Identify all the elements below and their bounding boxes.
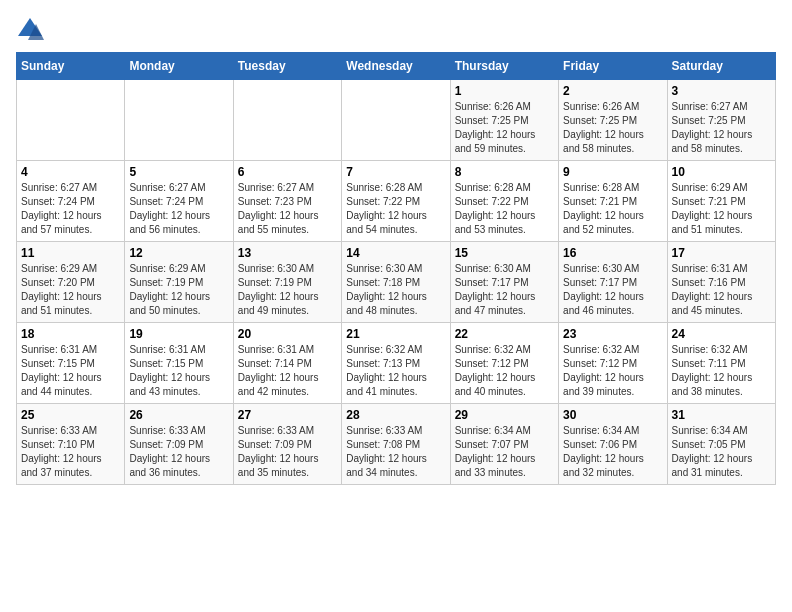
day-number: 16: [563, 246, 662, 260]
day-number: 19: [129, 327, 228, 341]
weekday-header-saturday: Saturday: [667, 53, 775, 80]
calendar-cell: [342, 80, 450, 161]
day-number: 14: [346, 246, 445, 260]
day-info: Sunrise: 6:34 AM Sunset: 7:07 PM Dayligh…: [455, 424, 554, 480]
logo: [16, 16, 48, 44]
calendar-cell: 21Sunrise: 6:32 AM Sunset: 7:13 PM Dayli…: [342, 323, 450, 404]
week-row-5: 25Sunrise: 6:33 AM Sunset: 7:10 PM Dayli…: [17, 404, 776, 485]
day-number: 30: [563, 408, 662, 422]
calendar-cell: 9Sunrise: 6:28 AM Sunset: 7:21 PM Daylig…: [559, 161, 667, 242]
day-info: Sunrise: 6:28 AM Sunset: 7:21 PM Dayligh…: [563, 181, 662, 237]
day-info: Sunrise: 6:31 AM Sunset: 7:14 PM Dayligh…: [238, 343, 337, 399]
calendar-cell: 13Sunrise: 6:30 AM Sunset: 7:19 PM Dayli…: [233, 242, 341, 323]
day-info: Sunrise: 6:31 AM Sunset: 7:15 PM Dayligh…: [129, 343, 228, 399]
day-number: 11: [21, 246, 120, 260]
day-number: 15: [455, 246, 554, 260]
day-info: Sunrise: 6:32 AM Sunset: 7:11 PM Dayligh…: [672, 343, 771, 399]
day-info: Sunrise: 6:26 AM Sunset: 7:25 PM Dayligh…: [455, 100, 554, 156]
calendar-cell: 24Sunrise: 6:32 AM Sunset: 7:11 PM Dayli…: [667, 323, 775, 404]
page-header: [16, 16, 776, 44]
calendar-cell: 7Sunrise: 6:28 AM Sunset: 7:22 PM Daylig…: [342, 161, 450, 242]
day-number: 4: [21, 165, 120, 179]
day-info: Sunrise: 6:32 AM Sunset: 7:13 PM Dayligh…: [346, 343, 445, 399]
week-row-2: 4Sunrise: 6:27 AM Sunset: 7:24 PM Daylig…: [17, 161, 776, 242]
calendar-cell: 6Sunrise: 6:27 AM Sunset: 7:23 PM Daylig…: [233, 161, 341, 242]
calendar-cell: 5Sunrise: 6:27 AM Sunset: 7:24 PM Daylig…: [125, 161, 233, 242]
calendar-cell: [233, 80, 341, 161]
day-info: Sunrise: 6:30 AM Sunset: 7:19 PM Dayligh…: [238, 262, 337, 318]
day-number: 7: [346, 165, 445, 179]
day-number: 5: [129, 165, 228, 179]
weekday-header-row: SundayMondayTuesdayWednesdayThursdayFrid…: [17, 53, 776, 80]
calendar-table: SundayMondayTuesdayWednesdayThursdayFrid…: [16, 52, 776, 485]
calendar-cell: 25Sunrise: 6:33 AM Sunset: 7:10 PM Dayli…: [17, 404, 125, 485]
calendar-cell: 19Sunrise: 6:31 AM Sunset: 7:15 PM Dayli…: [125, 323, 233, 404]
day-number: 25: [21, 408, 120, 422]
day-number: 18: [21, 327, 120, 341]
calendar-cell: 1Sunrise: 6:26 AM Sunset: 7:25 PM Daylig…: [450, 80, 558, 161]
weekday-header-tuesday: Tuesday: [233, 53, 341, 80]
weekday-header-friday: Friday: [559, 53, 667, 80]
day-number: 28: [346, 408, 445, 422]
day-info: Sunrise: 6:27 AM Sunset: 7:23 PM Dayligh…: [238, 181, 337, 237]
day-info: Sunrise: 6:27 AM Sunset: 7:24 PM Dayligh…: [21, 181, 120, 237]
day-number: 6: [238, 165, 337, 179]
day-info: Sunrise: 6:28 AM Sunset: 7:22 PM Dayligh…: [455, 181, 554, 237]
calendar-cell: 22Sunrise: 6:32 AM Sunset: 7:12 PM Dayli…: [450, 323, 558, 404]
day-info: Sunrise: 6:33 AM Sunset: 7:10 PM Dayligh…: [21, 424, 120, 480]
day-number: 21: [346, 327, 445, 341]
day-info: Sunrise: 6:32 AM Sunset: 7:12 PM Dayligh…: [455, 343, 554, 399]
day-info: Sunrise: 6:26 AM Sunset: 7:25 PM Dayligh…: [563, 100, 662, 156]
calendar-cell: 27Sunrise: 6:33 AM Sunset: 7:09 PM Dayli…: [233, 404, 341, 485]
day-number: 17: [672, 246, 771, 260]
calendar-cell: 28Sunrise: 6:33 AM Sunset: 7:08 PM Dayli…: [342, 404, 450, 485]
day-info: Sunrise: 6:30 AM Sunset: 7:18 PM Dayligh…: [346, 262, 445, 318]
day-info: Sunrise: 6:29 AM Sunset: 7:20 PM Dayligh…: [21, 262, 120, 318]
calendar-cell: 31Sunrise: 6:34 AM Sunset: 7:05 PM Dayli…: [667, 404, 775, 485]
calendar-cell: 29Sunrise: 6:34 AM Sunset: 7:07 PM Dayli…: [450, 404, 558, 485]
calendar-cell: 30Sunrise: 6:34 AM Sunset: 7:06 PM Dayli…: [559, 404, 667, 485]
day-number: 31: [672, 408, 771, 422]
day-number: 24: [672, 327, 771, 341]
week-row-4: 18Sunrise: 6:31 AM Sunset: 7:15 PM Dayli…: [17, 323, 776, 404]
day-info: Sunrise: 6:29 AM Sunset: 7:21 PM Dayligh…: [672, 181, 771, 237]
weekday-header-sunday: Sunday: [17, 53, 125, 80]
weekday-header-thursday: Thursday: [450, 53, 558, 80]
weekday-header-wednesday: Wednesday: [342, 53, 450, 80]
calendar-cell: 23Sunrise: 6:32 AM Sunset: 7:12 PM Dayli…: [559, 323, 667, 404]
day-info: Sunrise: 6:28 AM Sunset: 7:22 PM Dayligh…: [346, 181, 445, 237]
calendar-cell: 3Sunrise: 6:27 AM Sunset: 7:25 PM Daylig…: [667, 80, 775, 161]
day-number: 3: [672, 84, 771, 98]
day-number: 22: [455, 327, 554, 341]
calendar-cell: 10Sunrise: 6:29 AM Sunset: 7:21 PM Dayli…: [667, 161, 775, 242]
day-info: Sunrise: 6:29 AM Sunset: 7:19 PM Dayligh…: [129, 262, 228, 318]
day-info: Sunrise: 6:32 AM Sunset: 7:12 PM Dayligh…: [563, 343, 662, 399]
day-number: 27: [238, 408, 337, 422]
day-info: Sunrise: 6:33 AM Sunset: 7:09 PM Dayligh…: [238, 424, 337, 480]
calendar-cell: 12Sunrise: 6:29 AM Sunset: 7:19 PM Dayli…: [125, 242, 233, 323]
day-info: Sunrise: 6:31 AM Sunset: 7:16 PM Dayligh…: [672, 262, 771, 318]
day-number: 23: [563, 327, 662, 341]
weekday-header-monday: Monday: [125, 53, 233, 80]
day-info: Sunrise: 6:33 AM Sunset: 7:08 PM Dayligh…: [346, 424, 445, 480]
day-number: 2: [563, 84, 662, 98]
calendar-cell: 15Sunrise: 6:30 AM Sunset: 7:17 PM Dayli…: [450, 242, 558, 323]
day-info: Sunrise: 6:34 AM Sunset: 7:05 PM Dayligh…: [672, 424, 771, 480]
day-number: 1: [455, 84, 554, 98]
calendar-cell: 17Sunrise: 6:31 AM Sunset: 7:16 PM Dayli…: [667, 242, 775, 323]
day-number: 10: [672, 165, 771, 179]
day-info: Sunrise: 6:30 AM Sunset: 7:17 PM Dayligh…: [455, 262, 554, 318]
logo-icon: [16, 16, 44, 44]
calendar-cell: [125, 80, 233, 161]
day-info: Sunrise: 6:33 AM Sunset: 7:09 PM Dayligh…: [129, 424, 228, 480]
calendar-cell: 2Sunrise: 6:26 AM Sunset: 7:25 PM Daylig…: [559, 80, 667, 161]
day-number: 26: [129, 408, 228, 422]
day-number: 29: [455, 408, 554, 422]
day-info: Sunrise: 6:34 AM Sunset: 7:06 PM Dayligh…: [563, 424, 662, 480]
week-row-3: 11Sunrise: 6:29 AM Sunset: 7:20 PM Dayli…: [17, 242, 776, 323]
calendar-cell: 4Sunrise: 6:27 AM Sunset: 7:24 PM Daylig…: [17, 161, 125, 242]
day-number: 9: [563, 165, 662, 179]
week-row-1: 1Sunrise: 6:26 AM Sunset: 7:25 PM Daylig…: [17, 80, 776, 161]
calendar-cell: 8Sunrise: 6:28 AM Sunset: 7:22 PM Daylig…: [450, 161, 558, 242]
calendar-cell: 14Sunrise: 6:30 AM Sunset: 7:18 PM Dayli…: [342, 242, 450, 323]
